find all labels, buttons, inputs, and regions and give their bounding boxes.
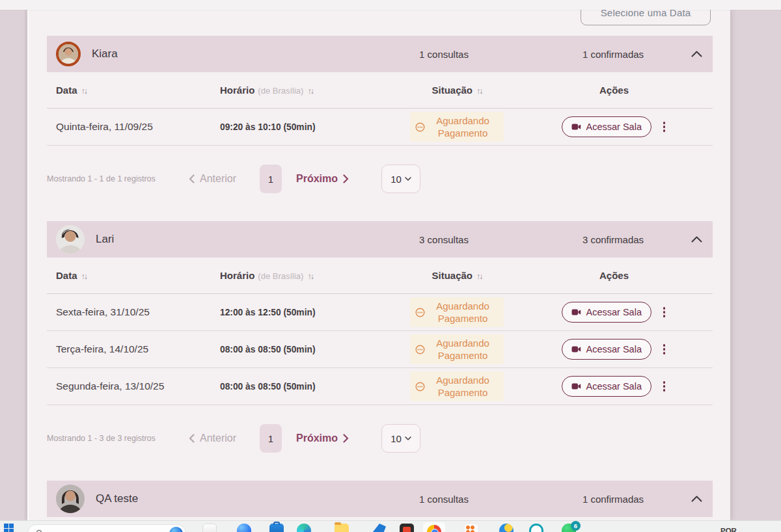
page-number-button[interactable]: 1: [260, 424, 282, 453]
row-menu-kebab-icon[interactable]: [662, 306, 667, 319]
avatar-kiara: [56, 42, 81, 66]
column-header-situacao[interactable]: Situação↑↓: [398, 85, 515, 96]
search-icon: [36, 529, 44, 532]
access-room-button[interactable]: Acessar Sala: [562, 376, 651, 397]
briefcase-icon[interactable]: [269, 524, 284, 532]
chrome-icon-active[interactable]: [423, 522, 445, 532]
taskbar-search-box[interactable]: [27, 524, 186, 532]
access-room-button[interactable]: Acessar Sala: [562, 116, 651, 137]
status-badge: Aguardando Pagamento: [410, 371, 504, 401]
orange-dots-app-icon[interactable]: [464, 524, 478, 532]
chevron-down-icon: [405, 436, 411, 440]
avatar-qa-teste: [56, 485, 85, 513]
bing-sphere-icon: [169, 527, 183, 532]
column-header-acoes: Ações: [515, 270, 713, 281]
appointment-row: Terça-feira, 14/10/25 08:00 às 08:50 (50…: [47, 331, 713, 368]
chevron-left-icon: [189, 174, 195, 183]
professional-name: Lari: [96, 233, 114, 246]
status-badge: Aguardando Pagamento: [410, 112, 504, 142]
appointment-row: Segunda-feira, 13/10/25 08:00 às 08:50 (…: [47, 368, 713, 405]
sort-icon: ↑↓: [81, 272, 87, 281]
appointment-time: 08:00 às 08:50 (50min): [211, 345, 398, 354]
professional-name: QA teste: [96, 492, 138, 505]
blue-app-icon[interactable]: [372, 524, 386, 532]
pending-icon: [415, 382, 425, 392]
page-size-select[interactable]: 10: [381, 424, 420, 453]
video-camera-icon: [571, 382, 581, 390]
chevron-right-icon: [343, 174, 349, 183]
access-room-button[interactable]: Acessar Sala: [562, 302, 651, 323]
sort-icon: ↑↓: [476, 86, 482, 96]
language-indicator[interactable]: POR: [720, 527, 737, 532]
blue-yellow-app-icon[interactable]: [499, 524, 514, 532]
chrome-icon: [427, 525, 441, 532]
avatar-lari: [56, 225, 85, 254]
appointment-date: Terça-feira, 14/10/25: [47, 343, 211, 355]
previous-page-button[interactable]: Anterior: [189, 432, 236, 444]
video-camera-icon: [571, 123, 581, 131]
section-kiara: Kiara 1 consultas 1 confirmadas Data↑↓ H…: [47, 36, 713, 194]
appointment-row: Sexta-feira, 31/10/25 12:00 às 12:50 (50…: [47, 294, 713, 331]
appointment-time: 08:00 às 08:50 (50min): [211, 382, 398, 392]
status-text: Aguardando Pagamento: [430, 374, 496, 399]
whatsapp-icon[interactable]: 6: [562, 524, 576, 532]
next-page-button[interactable]: Próximo: [296, 432, 349, 444]
appointment-time: 09:20 às 10:10 (50min): [211, 122, 398, 132]
date-filter-button[interactable]: Selecione uma Data: [581, 10, 711, 25]
sort-icon: ↑↓: [307, 86, 313, 96]
confirmadas-count: 3 confirmadas: [582, 234, 644, 245]
row-menu-kebab-icon[interactable]: [662, 380, 667, 393]
page-number-button[interactable]: 1: [260, 165, 282, 193]
pagination: Mostrando 1 - 3 de 3 registros Anterior …: [47, 423, 713, 453]
status-badge: Aguardando Pagamento: [410, 297, 504, 327]
row-menu-kebab-icon[interactable]: [662, 120, 667, 133]
date-filter-label: Selecione uma Data: [601, 10, 691, 18]
previous-page-button[interactable]: Anterior: [189, 173, 236, 185]
sort-icon: ↑↓: [81, 86, 87, 96]
section-header-qa-teste[interactable]: QA teste 1 consultas 1 confirmadas: [47, 481, 713, 517]
consultas-count: 1 consultas: [419, 49, 469, 60]
records-summary: Mostrando 1 - 3 de 3 registros: [47, 434, 189, 443]
status-text: Aguardando Pagamento: [430, 337, 496, 362]
status-text: Aguardando Pagamento: [430, 300, 496, 325]
confirmadas-count: 1 confirmadas: [582, 494, 644, 505]
appointment-row: Quinta-feira, 11/09/25 09:20 às 10:10 (5…: [47, 109, 713, 146]
collapse-chevron-up-icon[interactable]: [691, 51, 702, 57]
pagination: Mostrando 1 - 1 de 1 registros Anterior …: [47, 164, 713, 194]
file-explorer-folder-icon[interactable]: [335, 524, 349, 532]
column-header-horario[interactable]: Horário(de Brasília)↑↓: [211, 270, 398, 281]
edge-browser-icon[interactable]: [297, 524, 311, 532]
next-page-button[interactable]: Próximo: [296, 173, 349, 185]
collapse-chevron-up-icon[interactable]: [691, 236, 702, 243]
sort-icon: ↑↓: [307, 272, 313, 281]
chevron-left-icon: [189, 434, 195, 443]
page-size-select[interactable]: 10: [381, 165, 420, 193]
section-header-kiara[interactable]: Kiara 1 consultas 1 confirmadas: [47, 36, 713, 72]
copilot-icon[interactable]: [237, 524, 251, 532]
column-header-data[interactable]: Data↑↓: [47, 270, 211, 281]
column-header-horario[interactable]: Horário(de Brasília)↑↓: [211, 85, 398, 96]
collapse-chevron-up-icon[interactable]: [691, 496, 702, 502]
notification-badge: 6: [571, 521, 581, 531]
timezone-note: (de Brasília): [258, 86, 303, 96]
appointment-date: Quinta-feira, 11/09/25: [47, 121, 211, 133]
column-header-situacao[interactable]: Situação↑↓: [398, 270, 515, 281]
table-header-row: Data↑↓ Horário(de Brasília)↑↓ Situação↑↓…: [47, 258, 713, 294]
windows-start-button[interactable]: [4, 524, 14, 532]
confirmadas-count: 1 confirmadas: [582, 49, 644, 60]
video-camera-icon: [571, 308, 581, 316]
section-lari: Lari 3 consultas 3 confirmadas Data↑↓ Ho…: [47, 221, 713, 453]
records-summary: Mostrando 1 - 1 de 1 registros: [47, 174, 189, 183]
status-text: Aguardando Pagamento: [430, 114, 496, 139]
timezone-note: (de Brasília): [258, 271, 303, 281]
dark-app-icon[interactable]: [400, 524, 414, 532]
taskbar-app-icon-light[interactable]: [202, 524, 217, 532]
column-header-data[interactable]: Data↑↓: [47, 85, 211, 96]
teal-ring-app-icon[interactable]: [529, 524, 543, 532]
pending-icon: [415, 308, 425, 317]
windows-taskbar: 6 POR: [0, 520, 781, 532]
section-header-lari[interactable]: Lari 3 consultas 3 confirmadas: [47, 221, 713, 258]
chevron-down-icon: [405, 177, 411, 181]
row-menu-kebab-icon[interactable]: [662, 343, 667, 356]
access-room-button[interactable]: Acessar Sala: [562, 339, 651, 360]
